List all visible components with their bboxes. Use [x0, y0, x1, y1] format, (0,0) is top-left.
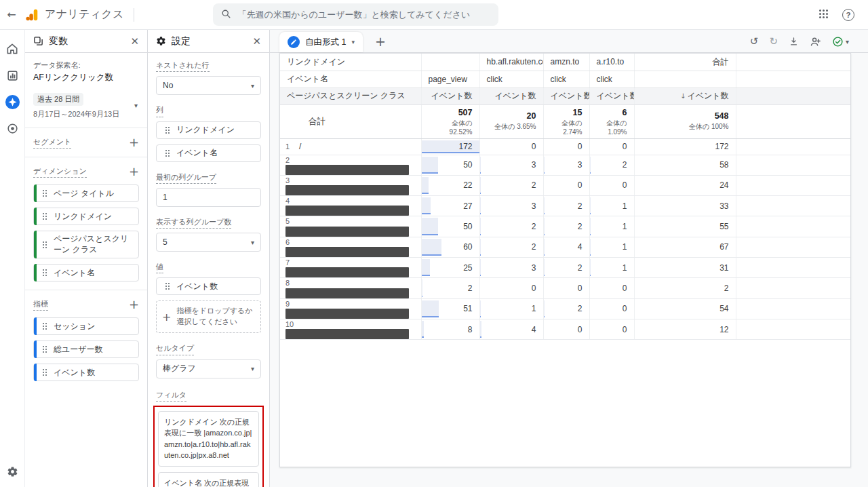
column-chip[interactable]: リンクドメイン — [156, 121, 261, 139]
value-cell[interactable]: 2 — [421, 278, 479, 298]
row-dimension-cell[interactable]: 3 — [280, 175, 421, 195]
nested-rows-select[interactable]: No ▾ — [156, 76, 261, 95]
value-cell[interactable]: 60 — [421, 237, 479, 257]
value-cell[interactable]: 0 — [589, 319, 634, 340]
value-cell[interactable]: 2 — [589, 155, 634, 175]
value-cell[interactable]: 2 — [543, 196, 589, 216]
row-dimension-cell[interactable]: 4 — [280, 196, 421, 216]
total-value-cell[interactable]: 31 — [634, 258, 736, 278]
total-value-cell[interactable]: 12 — [634, 319, 736, 340]
close-settings-button[interactable]: ✕ — [252, 35, 261, 47]
value-cell[interactable]: 2 — [543, 216, 589, 237]
value-cell[interactable]: 3 — [479, 196, 543, 216]
table-row[interactable]: 1/172000172 — [280, 138, 850, 155]
total-value-cell[interactable]: 33 — [634, 196, 736, 216]
value-cell[interactable]: 0 — [543, 175, 589, 195]
add-dimension-button[interactable]: + — [129, 165, 139, 178]
share-button[interactable] — [810, 36, 821, 47]
value-chip[interactable]: イベント数 — [156, 277, 261, 295]
row-dimension-cell[interactable]: 9 — [280, 298, 421, 319]
value-cell[interactable]: 3 — [543, 155, 589, 175]
redo-button[interactable]: ↻ — [769, 35, 778, 47]
row-dimension-cell[interactable]: 2 — [280, 155, 421, 175]
row-dimension-cell[interactable]: 5 — [280, 216, 421, 237]
value-cell[interactable]: 0 — [479, 278, 543, 298]
total-value-cell[interactable]: 54 — [634, 298, 736, 319]
column-group-header[interactable]: amzn.to — [543, 54, 589, 71]
undo-button[interactable]: ↺ — [750, 35, 759, 47]
total-value-cell[interactable]: 55 — [634, 216, 736, 237]
add-tab-button[interactable]: + — [375, 34, 386, 49]
table-row[interactable]: 32220024 — [280, 175, 850, 195]
value-cell[interactable]: 4 — [479, 319, 543, 340]
value-cell[interactable]: 1 — [479, 298, 543, 319]
value-cell[interactable]: 1 — [589, 196, 634, 216]
value-cell[interactable]: 2 — [543, 258, 589, 278]
search-bar[interactable] — [213, 3, 498, 26]
dimension-chip[interactable]: リンクドメイン — [33, 208, 139, 225]
help-icon[interactable]: ? — [842, 9, 854, 21]
sidebar-item-home[interactable] — [4, 41, 20, 57]
metric-chip[interactable]: 総ユーザー数 — [33, 340, 139, 358]
value-cell[interactable]: 1 — [589, 258, 634, 278]
value-cell[interactable]: 50 — [421, 155, 479, 175]
add-metric-button[interactable]: + — [129, 298, 139, 311]
column-group-count-select[interactable]: 5 ▾ — [156, 233, 261, 252]
value-cell[interactable]: 27 — [421, 196, 479, 216]
column-group-header[interactable] — [421, 54, 479, 71]
metric-chip[interactable]: イベント数 — [33, 364, 139, 381]
search-input[interactable] — [238, 9, 490, 20]
value-cell[interactable]: 0 — [543, 278, 589, 298]
dimension-chip[interactable]: ページパスとスクリーン クラス — [33, 231, 139, 258]
value-cell[interactable]: 0 — [479, 138, 543, 155]
column-group-header[interactable]: hb.afl.rakuten.co.jp — [479, 54, 543, 71]
filter-chip-link-domain[interactable]: リンクドメイン 次の正規表現に一致 |amazon.co.jp|amzn.to|… — [158, 411, 259, 467]
apps-grid-icon[interactable] — [818, 9, 829, 21]
total-value-cell[interactable]: 172 — [634, 138, 736, 155]
value-cell[interactable]: 2 — [479, 237, 543, 257]
row-dimension-cell[interactable]: 8 — [280, 278, 421, 298]
value-cell[interactable]: 1 — [589, 237, 634, 257]
back-button[interactable]: ← — [0, 8, 23, 21]
dimension-chip[interactable]: ページ タイトル — [33, 184, 139, 202]
date-range-selector[interactable]: 過去 28 日間 8月17日～2024年9月13日 ▾ — [33, 93, 139, 119]
value-cell[interactable]: 2 — [543, 298, 589, 319]
total-value-cell[interactable]: 24 — [634, 175, 736, 195]
value-cell[interactable]: 51 — [421, 298, 479, 319]
table-row[interactable]: 95112054 — [280, 298, 850, 319]
row-dim-header[interactable]: ページパスとスクリーン クラス — [280, 87, 421, 104]
row-dimension-cell[interactable]: 6 — [280, 237, 421, 257]
table-row[interactable]: 10840012 — [280, 319, 850, 340]
add-segment-button[interactable]: + — [129, 136, 139, 149]
sidebar-item-explore[interactable] — [4, 94, 20, 110]
value-cell[interactable]: 0 — [589, 278, 634, 298]
table-row[interactable]: 42732133 — [280, 196, 850, 216]
row-dimension-cell[interactable]: 7 — [280, 258, 421, 278]
table-row[interactable]: 66024167 — [280, 237, 850, 257]
first-column-group-input[interactable]: 1 — [156, 188, 261, 207]
event-value-header[interactable]: page_view — [421, 71, 479, 87]
metric-header-sorted[interactable]: ↓イベント数 — [634, 87, 736, 104]
dimension-chip[interactable]: イベント名 — [33, 264, 139, 281]
event-value-header[interactable]: click — [589, 71, 634, 87]
exploration-name[interactable]: AFリンククリック数 — [33, 72, 139, 83]
cell-type-select[interactable]: 棒グラフ ▾ — [156, 359, 261, 378]
row-dimension-cell[interactable]: 1/ — [280, 138, 421, 155]
value-cell[interactable]: 172 — [421, 138, 479, 155]
value-cell[interactable]: 0 — [543, 319, 589, 340]
metric-dropzone[interactable]: + 指標をドロップするか選択してください — [156, 300, 261, 333]
event-value-header[interactable]: click — [543, 71, 589, 87]
metric-header[interactable]: イベント数 — [479, 87, 543, 104]
event-value-header[interactable]: click — [479, 71, 543, 87]
sidebar-item-reports[interactable] — [4, 67, 20, 83]
export-button[interactable] — [789, 37, 799, 47]
row-dimension-cell[interactable]: 10 — [280, 319, 421, 340]
table-row[interactable]: 25033258 — [280, 155, 850, 175]
value-cell[interactable]: 22 — [421, 175, 479, 195]
value-cell[interactable]: 3 — [479, 155, 543, 175]
column-group-header[interactable]: a.r10.to — [589, 54, 634, 71]
metric-header[interactable]: イベント数 — [589, 87, 634, 104]
close-variables-button[interactable]: ✕ — [130, 35, 139, 47]
value-cell[interactable]: 0 — [589, 138, 634, 155]
saved-status-button[interactable]: ▾ — [832, 36, 849, 47]
